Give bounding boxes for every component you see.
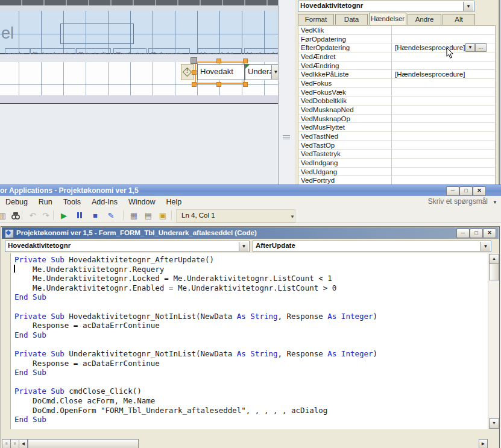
property-value[interactable]: [392, 150, 495, 158]
properties-window-icon[interactable]: ▤: [142, 210, 154, 221]
property-row-vedindgang[interactable]: VedIndgang: [298, 159, 495, 168]
property-row-efteropdatering[interactable]: EfterOpdatering[Hændelsesprocedure]▼…: [298, 43, 495, 52]
selected-combo-outline[interactable]: Hovedakt: [195, 62, 245, 84]
property-value[interactable]: [392, 168, 495, 176]
property-value[interactable]: [392, 88, 495, 96]
resize-handle-bottom-right[interactable]: [243, 82, 248, 87]
property-value[interactable]: [392, 62, 495, 70]
builder-button[interactable]: …: [475, 43, 487, 52]
property-object-selector[interactable]: Hovedaktivitetognr ▼: [298, 1, 474, 12]
horizontal-scroll-thumb[interactable]: [28, 439, 139, 448]
property-value[interactable]: [392, 79, 495, 87]
find-icon[interactable]: [10, 210, 22, 221]
property-value[interactable]: [392, 106, 495, 114]
form-vertical-scrollbar[interactable]: [278, 0, 296, 185]
object-browser-icon[interactable]: ▣: [157, 210, 169, 221]
chevron-down-icon[interactable]: ▼: [493, 200, 497, 205]
property-row-vedfortryd[interactable]: VedFortryd: [298, 176, 495, 185]
procedure-view-button[interactable]: ≡: [2, 439, 11, 448]
property-row-vedmusknapop[interactable]: VedMusknapOp: [298, 115, 495, 124]
property-row-vedklik[interactable]: VedKlik: [298, 26, 495, 35]
resize-handle-left[interactable]: [192, 70, 197, 75]
property-value[interactable]: [Hændelsesprocedure]: [392, 70, 495, 78]
property-value[interactable]: [392, 52, 495, 61]
property-row-vedmusflyttet[interactable]: VedMusFlyttet: [298, 123, 495, 132]
resize-handle-top[interactable]: [216, 58, 221, 63]
property-row-vedikkepåliste[interactable]: VedIkkePåListe[Hændelsesprocedure]: [298, 70, 495, 79]
scroll-down-button[interactable]: ▼: [489, 418, 499, 429]
form-title-fragment[interactable]: el: [1, 24, 14, 43]
code-horizontal-scrollbar[interactable]: ≡ ≡ ◀ ▶: [2, 439, 499, 448]
property-value[interactable]: [392, 115, 495, 123]
design-mode-icon[interactable]: ✎: [105, 210, 117, 221]
menu-window[interactable]: Window: [123, 197, 160, 207]
menu-addins[interactable]: Add-Ins: [86, 197, 123, 207]
close-button[interactable]: ✕: [483, 229, 496, 238]
minimize-button[interactable]: ─: [446, 186, 459, 196]
procedure-combo[interactable]: AfterUpdate ▼: [253, 241, 491, 252]
property-row-vedtastetryk[interactable]: VedTastetryk: [298, 150, 495, 159]
tab-hændelser[interactable]: Hændelser: [369, 13, 406, 25]
run-icon[interactable]: ▶: [58, 210, 70, 221]
resize-handle-top-right[interactable]: [243, 58, 248, 63]
ask-a-question-box[interactable]: Skriv et spørgsmål: [428, 196, 488, 207]
chevron-down-icon[interactable]: ▼: [481, 242, 490, 251]
event-dropdown-button[interactable]: ▼: [465, 43, 475, 52]
tab-andre[interactable]: Andre: [408, 14, 441, 25]
tab-alt[interactable]: Alt: [443, 14, 475, 25]
property-row-vedtastned[interactable]: VedTastNed: [298, 132, 495, 141]
chevron-down-icon[interactable]: ▼: [239, 242, 248, 251]
vertical-scroll-thumb[interactable]: [489, 263, 499, 280]
code-editor[interactable]: Private Sub Hovedaktivitetognr_AfterUpda…: [2, 253, 488, 429]
maximize-button[interactable]: □: [459, 186, 473, 196]
property-value[interactable]: [392, 123, 495, 131]
menu-debug[interactable]: Debug: [0, 197, 33, 207]
property-value[interactable]: [392, 35, 495, 43]
resize-handle-bottom[interactable]: [216, 82, 221, 87]
property-value[interactable]: [392, 26, 495, 34]
scroll-left-button[interactable]: ◀: [19, 439, 28, 448]
undo-icon[interactable]: ↶: [27, 210, 39, 221]
property-value[interactable]: [392, 159, 495, 167]
tab-format[interactable]: Format: [298, 14, 334, 25]
property-row-vedændring[interactable]: VedÆndring: [298, 62, 495, 71]
pause-icon[interactable]: [74, 210, 86, 221]
view-object-icon[interactable]: ▥: [0, 210, 8, 221]
tab-data[interactable]: Data: [335, 14, 368, 25]
menu-tools[interactable]: Tools: [58, 197, 86, 207]
property-value[interactable]: [392, 141, 495, 150]
property-row-føropdatering[interactable]: FørOpdatering: [298, 35, 495, 44]
minimize-button[interactable]: ─: [456, 229, 470, 238]
property-row-vedfokus[interactable]: VedFokus: [298, 79, 495, 88]
redo-icon[interactable]: ↷: [40, 210, 52, 221]
scroll-up-button[interactable]: ▲: [489, 254, 499, 264]
property-row-vedudgang[interactable]: VedUdgang: [298, 168, 495, 177]
stop-icon[interactable]: ■: [89, 210, 101, 221]
form-header-section[interactable]: el ngde Enhedspris Pris i alt Dækning Sa…: [0, 11, 278, 54]
close-button[interactable]: ✕: [473, 186, 486, 196]
toolbar-options-chevron-icon[interactable]: ▼: [290, 214, 295, 219]
splitter-handle[interactable]: [283, 135, 290, 140]
property-row-vedændret[interactable]: VedÆndret: [298, 52, 495, 62]
resize-handle-bottom-left[interactable]: [192, 82, 197, 87]
property-value[interactable]: [Hændelsesprocedure]▼…: [392, 43, 495, 52]
code-vertical-scrollbar[interactable]: ▲ ▼: [488, 253, 499, 429]
full-module-view-button[interactable]: ≡: [10, 439, 19, 448]
property-row-veddobbeltklik[interactable]: VedDobbeltklik: [298, 96, 495, 106]
maximize-button[interactable]: □: [470, 229, 483, 238]
move-handle[interactable]: [191, 57, 197, 64]
scroll-right-button[interactable]: ▶: [479, 439, 488, 448]
combo-underakt[interactable]: Underal ▼: [245, 64, 281, 80]
combo-hovedakt[interactable]: Hovedakt: [197, 64, 245, 80]
property-row-vedtastop[interactable]: VedTastOp: [298, 141, 495, 150]
project-explorer-icon[interactable]: ▦: [128, 210, 140, 221]
chevron-down-icon[interactable]: ▼: [463, 2, 473, 11]
menu-help[interactable]: Help: [161, 197, 187, 207]
object-combo[interactable]: Hovedaktivitetognr ▼: [5, 241, 250, 252]
property-row-vedfokusvæk[interactable]: VedFokusVæk: [298, 88, 495, 97]
property-value[interactable]: [392, 176, 495, 185]
menu-run[interactable]: Run: [33, 197, 58, 207]
property-value[interactable]: [392, 96, 495, 105]
property-value[interactable]: [392, 132, 495, 140]
property-row-vedmusknapned[interactable]: VedMusknapNed: [298, 106, 495, 115]
